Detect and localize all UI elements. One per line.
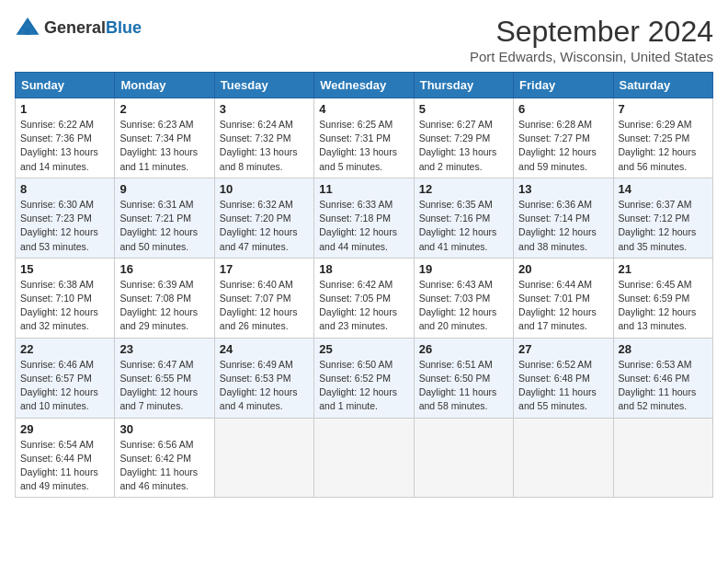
daylight-label: Daylight: 12 hours and 20 minutes. — [419, 306, 497, 331]
daylight-label: Daylight: 12 hours and 7 minutes. — [119, 386, 198, 411]
sunrise-label: Sunrise: 6:45 AM — [619, 279, 692, 290]
daylight-label: Daylight: 13 hours and 5 minutes. — [319, 146, 397, 171]
day-number: 11 — [319, 182, 408, 196]
sunset-label: Sunset: 7:05 PM — [319, 293, 391, 304]
sunrise-label: Sunrise: 6:49 AM — [220, 359, 293, 370]
day-number: 17 — [220, 262, 309, 276]
sunset-label: Sunset: 7:18 PM — [319, 213, 391, 224]
day-number: 27 — [518, 342, 608, 356]
daylight-label: Daylight: 12 hours and 35 minutes. — [619, 226, 697, 251]
sunset-label: Sunset: 6:55 PM — [119, 373, 191, 384]
sunset-label: Sunset: 7:10 PM — [20, 293, 92, 304]
col-thursday: Thursday — [414, 73, 513, 98]
day-info: Sunrise: 6:45 AM Sunset: 6:59 PM Dayligh… — [619, 278, 708, 334]
daylight-label: Daylight: 12 hours and 4 minutes. — [220, 386, 298, 411]
svg-rect-2 — [25, 28, 30, 35]
sunrise-label: Sunrise: 6:51 AM — [419, 359, 493, 370]
sunrise-label: Sunrise: 6:30 AM — [20, 199, 94, 210]
sunrise-label: Sunrise: 6:52 AM — [518, 359, 592, 370]
daylight-label: Daylight: 12 hours and 41 minutes. — [419, 226, 497, 251]
sunset-label: Sunset: 7:08 PM — [119, 293, 191, 304]
day-number: 8 — [20, 182, 109, 196]
calendar-week-row: 22 Sunrise: 6:46 AM Sunset: 6:57 PM Dayl… — [16, 338, 713, 418]
calendar-cell: 24 Sunrise: 6:49 AM Sunset: 6:53 PM Dayl… — [214, 338, 313, 418]
daylight-label: Daylight: 13 hours and 14 minutes. — [20, 146, 98, 171]
sunrise-label: Sunrise: 6:31 AM — [119, 199, 193, 210]
day-info: Sunrise: 6:35 AM Sunset: 7:16 PM Dayligh… — [419, 198, 508, 254]
sunset-label: Sunset: 6:50 PM — [419, 373, 491, 384]
daylight-label: Daylight: 11 hours and 55 minutes. — [518, 386, 597, 411]
calendar-table: Sunday Monday Tuesday Wednesday Thursday… — [15, 72, 713, 498]
daylight-label: Daylight: 12 hours and 23 minutes. — [319, 306, 397, 331]
calendar-cell: 4 Sunrise: 6:25 AM Sunset: 7:31 PM Dayli… — [314, 98, 414, 178]
calendar-cell — [314, 418, 414, 498]
day-info: Sunrise: 6:40 AM Sunset: 7:07 PM Dayligh… — [220, 278, 309, 334]
sunrise-label: Sunrise: 6:25 AM — [319, 119, 392, 130]
calendar-cell: 9 Sunrise: 6:31 AM Sunset: 7:21 PM Dayli… — [115, 178, 214, 258]
calendar-cell: 17 Sunrise: 6:40 AM Sunset: 7:07 PM Dayl… — [214, 258, 313, 338]
day-info: Sunrise: 6:54 AM Sunset: 6:44 PM Dayligh… — [20, 438, 109, 494]
calendar-cell: 18 Sunrise: 6:42 AM Sunset: 7:05 PM Dayl… — [314, 258, 414, 338]
calendar-cell: 5 Sunrise: 6:27 AM Sunset: 7:29 PM Dayli… — [414, 98, 513, 178]
day-number: 12 — [419, 182, 508, 196]
calendar-cell: 21 Sunrise: 6:45 AM Sunset: 6:59 PM Dayl… — [613, 258, 712, 338]
sunset-label: Sunset: 7:16 PM — [419, 213, 491, 224]
location: Port Edwards, Wisconsin, United States — [470, 49, 713, 64]
sunset-label: Sunset: 7:07 PM — [220, 293, 291, 304]
calendar-cell: 16 Sunrise: 6:39 AM Sunset: 7:08 PM Dayl… — [115, 258, 214, 338]
sunrise-label: Sunrise: 6:27 AM — [419, 119, 493, 130]
day-info: Sunrise: 6:51 AM Sunset: 6:50 PM Dayligh… — [419, 358, 508, 414]
daylight-label: Daylight: 12 hours and 50 minutes. — [119, 226, 198, 251]
calendar-cell: 27 Sunrise: 6:52 AM Sunset: 6:48 PM Dayl… — [514, 338, 613, 418]
sunset-label: Sunset: 7:01 PM — [518, 293, 590, 304]
sunrise-label: Sunrise: 6:22 AM — [20, 119, 94, 130]
sunset-label: Sunset: 6:48 PM — [518, 373, 590, 384]
day-info: Sunrise: 6:33 AM Sunset: 7:18 PM Dayligh… — [319, 198, 408, 254]
sunrise-label: Sunrise: 6:35 AM — [419, 199, 493, 210]
calendar-week-row: 29 Sunrise: 6:54 AM Sunset: 6:44 PM Dayl… — [16, 418, 713, 498]
daylight-label: Daylight: 12 hours and 32 minutes. — [20, 306, 98, 331]
sunset-label: Sunset: 7:25 PM — [619, 132, 690, 144]
calendar-cell: 29 Sunrise: 6:54 AM Sunset: 6:44 PM Dayl… — [16, 418, 115, 498]
day-number: 24 — [220, 342, 309, 356]
month-title: September 2024 — [470, 15, 713, 49]
daylight-label: Daylight: 11 hours and 49 minutes. — [20, 466, 98, 491]
day-number: 26 — [419, 342, 508, 356]
sunrise-label: Sunrise: 6:37 AM — [619, 199, 692, 210]
day-info: Sunrise: 6:47 AM Sunset: 6:55 PM Dayligh… — [119, 358, 209, 414]
daylight-label: Daylight: 12 hours and 56 minutes. — [619, 146, 697, 171]
sunrise-label: Sunrise: 6:40 AM — [220, 279, 293, 290]
day-info: Sunrise: 6:25 AM Sunset: 7:31 PM Dayligh… — [319, 118, 408, 174]
calendar-cell: 1 Sunrise: 6:22 AM Sunset: 7:36 PM Dayli… — [16, 98, 115, 178]
daylight-label: Daylight: 12 hours and 53 minutes. — [20, 226, 98, 251]
calendar-cell: 11 Sunrise: 6:33 AM Sunset: 7:18 PM Dayl… — [314, 178, 414, 258]
day-number: 19 — [419, 262, 508, 276]
daylight-label: Daylight: 12 hours and 47 minutes. — [220, 226, 298, 251]
logo: GeneralBlue — [15, 15, 142, 40]
sunset-label: Sunset: 7:21 PM — [119, 213, 191, 224]
col-monday: Monday — [115, 73, 214, 98]
calendar-week-row: 15 Sunrise: 6:38 AM Sunset: 7:10 PM Dayl… — [16, 258, 713, 338]
day-number: 7 — [619, 102, 708, 116]
day-info: Sunrise: 6:36 AM Sunset: 7:14 PM Dayligh… — [518, 198, 608, 254]
day-info: Sunrise: 6:43 AM Sunset: 7:03 PM Dayligh… — [419, 278, 508, 334]
calendar-cell: 20 Sunrise: 6:44 AM Sunset: 7:01 PM Dayl… — [514, 258, 613, 338]
calendar-cell: 12 Sunrise: 6:35 AM Sunset: 7:16 PM Dayl… — [414, 178, 513, 258]
sunrise-label: Sunrise: 6:28 AM — [518, 119, 592, 130]
calendar-cell: 7 Sunrise: 6:29 AM Sunset: 7:25 PM Dayli… — [613, 98, 712, 178]
logo-general: GeneralBlue — [44, 18, 142, 38]
calendar-cell: 8 Sunrise: 6:30 AM Sunset: 7:23 PM Dayli… — [16, 178, 115, 258]
daylight-label: Daylight: 13 hours and 11 minutes. — [119, 146, 198, 171]
calendar-cell: 3 Sunrise: 6:24 AM Sunset: 7:32 PM Dayli… — [214, 98, 313, 178]
title-section: September 2024 Port Edwards, Wisconsin, … — [470, 15, 713, 64]
day-info: Sunrise: 6:52 AM Sunset: 6:48 PM Dayligh… — [518, 358, 608, 414]
day-number: 20 — [518, 262, 608, 276]
day-number: 22 — [20, 342, 109, 356]
calendar-week-row: 8 Sunrise: 6:30 AM Sunset: 7:23 PM Dayli… — [16, 178, 713, 258]
day-number: 23 — [119, 342, 209, 356]
calendar-cell — [414, 418, 513, 498]
daylight-label: Daylight: 12 hours and 44 minutes. — [319, 226, 397, 251]
col-saturday: Saturday — [613, 73, 712, 98]
day-number: 6 — [518, 102, 608, 116]
calendar-cell: 23 Sunrise: 6:47 AM Sunset: 6:55 PM Dayl… — [115, 338, 214, 418]
